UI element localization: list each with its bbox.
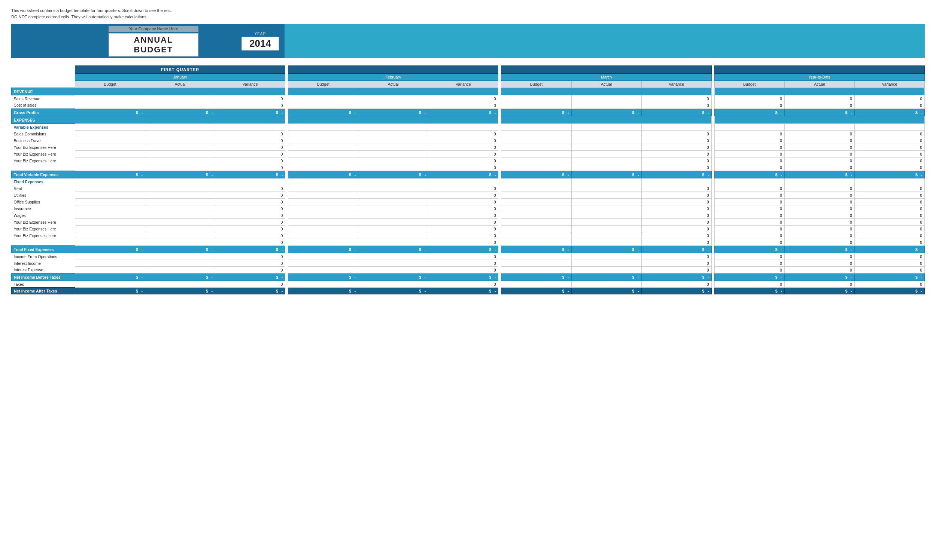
gross-profits-row: Gross Profits $ - $ - $ - $ - $ - $ - $ … <box>12 109 925 116</box>
sc-jan-variance: 0 <box>215 131 285 137</box>
header-year-block: YEAR 2014 <box>236 24 285 58</box>
cos-feb-actual[interactable] <box>358 102 428 109</box>
cos-mar-budget[interactable] <box>501 102 571 109</box>
feb-actual-header: Actual <box>358 81 428 88</box>
cos-feb-variance: 0 <box>428 102 498 109</box>
wages-label: Wages <box>12 212 75 219</box>
gp-jan-variance: $ - <box>215 109 285 116</box>
sep-s1 <box>285 81 288 88</box>
month-header-row: January February March Year-to-Date <box>12 74 925 81</box>
ytd-budget-header: Budget <box>714 81 784 88</box>
revenue-mar-span <box>501 88 711 95</box>
annual-budget-title: ANNUAL BUDGET <box>109 33 199 57</box>
cos-ytd-budget: 0 <box>714 102 784 109</box>
gp-mar-variance: $ - <box>641 109 711 116</box>
revenue-section-header: REVENUE <box>12 88 925 95</box>
office-supplies-label: Office Supplies <box>12 198 75 205</box>
january-header: January <box>75 74 285 81</box>
total-fixed-row: Total Fixed Expenses $ - $ - $ - $ - $ -… <box>12 246 925 253</box>
sr-mar-budget[interactable] <box>501 95 571 102</box>
ytd-variance-header: Variance <box>854 81 924 88</box>
variable-expenses-header: Variable Expenses <box>12 124 925 131</box>
gp-jan-actual: $ - <box>145 109 215 116</box>
sr-ytd-variance: 0 <box>854 95 924 102</box>
total-variable-row: Total Variable Expenses $ - $ - $ - $ - … <box>12 171 925 178</box>
sr-jan-variance: 0 <box>215 95 285 102</box>
sr-mar-actual[interactable] <box>571 95 641 102</box>
gp-feb-budget: $ - <box>288 109 358 116</box>
sr-ytd-actual: 0 <box>784 95 854 102</box>
cos-mar-variance: 0 <box>641 102 711 109</box>
sales-revenue-label: Sales Revenue <box>12 95 75 102</box>
fixed-biz3-row: Your Biz Expenses Here 0 0 0 0 0 0 <box>12 232 925 239</box>
header-gap <box>213 24 236 58</box>
header-banner: Your Company Name Here ANNUAL BUDGET YEA… <box>11 24 925 58</box>
cos-mar-actual[interactable] <box>571 102 641 109</box>
ytd-header: Year-to-Date <box>714 74 924 81</box>
cost-of-sales-row: Cost of sales 0 0 0 0 0 0 <box>12 102 925 109</box>
header-title-block: Your Company Name Here ANNUAL BUDGET <box>94 24 213 58</box>
fixed-biz1-row: Your Biz Expenses Here 0 0 0 0 0 0 <box>12 219 925 226</box>
total-fixed-label: Total Fixed Expenses <box>12 246 75 253</box>
insurance-row: Insurance 0 0 0 0 0 0 <box>12 205 925 212</box>
sc-jan-actual[interactable] <box>145 131 215 137</box>
interest-income-row: Interest Income 0 0 0 0 0 0 <box>12 260 925 267</box>
biz-exp1-row: Your Biz Expenses Here 0 0 0 0 0 0 <box>12 144 925 151</box>
wages-row: Wages 0 0 0 0 0 0 <box>12 212 925 219</box>
sr-feb-budget[interactable] <box>288 95 358 102</box>
cos-ytd-actual: 0 <box>784 102 854 109</box>
sep-m2 <box>498 74 501 81</box>
income-from-ops-row: Income From Operations 0 0 0 0 0 0 <box>12 253 925 260</box>
net-income-before-row: Net Income Before Taxes $ - $ - $ - $ - … <box>12 274 925 281</box>
year-value[interactable]: 2014 <box>242 37 279 51</box>
biz-exp2-label: Your Biz Expenses Here <box>12 151 75 157</box>
sep-r3 <box>711 88 714 95</box>
revenue-feb-span <box>288 88 498 95</box>
sep1 <box>285 66 288 74</box>
business-travel-row: Business Travel 0 0 0 0 0 0 <box>12 137 925 144</box>
sales-revenue-row: Sales Revenue 0 0 0 0 0 0 <box>12 95 925 102</box>
quarter-header-row: FIRST QUARTER <box>12 66 925 74</box>
sep-r2 <box>498 88 501 95</box>
sep-s3 <box>711 81 714 88</box>
gp-mar-budget: $ - <box>501 109 571 116</box>
instruction-line2: DO NOT complete colored cells. They will… <box>11 14 925 20</box>
business-travel-label: Business Travel <box>12 137 75 144</box>
year-label: YEAR <box>254 32 266 36</box>
utilities-row: Utilities 0 0 0 0 0 0 <box>12 192 925 198</box>
sales-commissions-row: Sales Commisions 0 0 0 0 0 0 <box>12 131 925 137</box>
instruction-line1: This worksheet contains a budget templat… <box>11 8 925 14</box>
biz-exp3-row: Your Biz Expenses Here 0 0 0 0 0 0 <box>12 157 925 164</box>
fixed-biz1-label: Your Biz Expenses Here <box>12 219 75 226</box>
sr-feb-actual[interactable] <box>358 95 428 102</box>
office-supplies-row: Office Supplies 0 0 0 0 0 0 <box>12 198 925 205</box>
interest-income-label: Interest Income <box>12 260 75 267</box>
sr-jan-actual[interactable] <box>145 95 215 102</box>
cos-jan-actual[interactable] <box>145 102 215 109</box>
cos-jan-budget[interactable] <box>75 102 145 109</box>
revenue-jan-span <box>75 88 285 95</box>
gross-profits-label: Gross Profits <box>12 109 75 116</box>
biz-exp1-label: Your Biz Expenses Here <box>12 144 75 151</box>
sep3 <box>711 66 714 74</box>
gp-ytd-variance: $ - <box>854 109 924 116</box>
sr-jan-budget[interactable] <box>75 95 145 102</box>
revenue-ytd-span <box>714 88 924 95</box>
rent-label: Rent <box>12 185 75 192</box>
ytd-actual-header: Actual <box>784 81 854 88</box>
cos-feb-budget[interactable] <box>288 102 358 109</box>
insurance-label: Insurance <box>12 205 75 212</box>
feb-budget-header: Budget <box>288 81 358 88</box>
company-name[interactable]: Your Company Name Here <box>109 26 199 32</box>
fixed-biz2-label: Your Biz Expenses Here <box>12 226 75 232</box>
rent-row: Rent 0 0 0 0 0 0 <box>12 185 925 192</box>
interest-expense-row: Interest Expense 0 0 0 0 0 0 <box>12 267 925 274</box>
cos-jan-variance: 0 <box>215 102 285 109</box>
sc-jan-budget[interactable] <box>75 131 145 137</box>
net-income-after-label: Net Income After Taxes <box>12 288 75 294</box>
mar-variance-header: Variance <box>641 81 711 88</box>
mar-actual-header: Actual <box>571 81 641 88</box>
taxes-label: Taxes <box>12 281 75 288</box>
blank-fixed-row: 0 0 0 0 0 0 <box>12 239 925 246</box>
mar-budget-header: Budget <box>501 81 571 88</box>
